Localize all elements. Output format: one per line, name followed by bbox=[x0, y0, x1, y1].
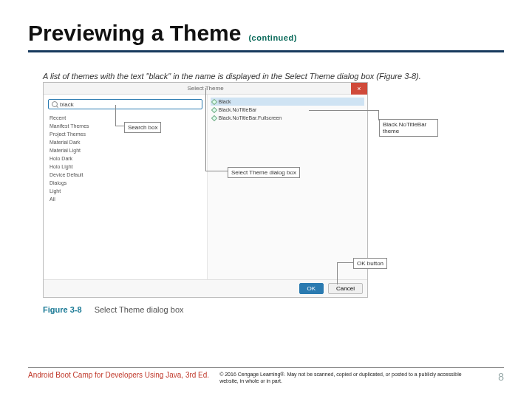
list-item[interactable]: Holo Light bbox=[50, 163, 202, 171]
callout-right-theme: Black.NoTitleBar theme bbox=[379, 119, 438, 137]
ok-button[interactable]: OK bbox=[299, 283, 324, 294]
search-icon bbox=[52, 101, 58, 107]
list-item[interactable]: Light bbox=[50, 187, 202, 195]
theme-icon bbox=[211, 115, 216, 120]
page-subtitle: (continued) bbox=[248, 33, 296, 42]
list-item[interactable]: All bbox=[50, 195, 202, 203]
footer-rule bbox=[28, 367, 504, 368]
book-title: Android Boot Camp for Developers Using J… bbox=[28, 371, 209, 379]
list-item[interactable]: Device Default bbox=[50, 171, 202, 179]
list-item[interactable]: Material Dark bbox=[50, 138, 202, 146]
page-title: Previewing a Theme bbox=[28, 21, 241, 46]
callout-line bbox=[115, 105, 116, 126]
title-rule bbox=[28, 50, 504, 52]
list-item-label: Black bbox=[219, 98, 231, 106]
cancel-button[interactable]: Cancel bbox=[328, 283, 363, 294]
figure-number: Figure 3-8 bbox=[43, 305, 82, 314]
callout-line bbox=[115, 126, 124, 126]
search-input[interactable] bbox=[60, 101, 199, 108]
list-item[interactable]: Material Light bbox=[50, 146, 202, 154]
theme-icon bbox=[211, 98, 216, 104]
callout-ok-button: OK button bbox=[353, 258, 387, 269]
search-input-wrap[interactable] bbox=[48, 99, 202, 109]
list-item[interactable]: Dialogs bbox=[50, 179, 202, 187]
list-item[interactable]: Black.NoTitleBar.Fullscreen bbox=[211, 114, 365, 122]
callout-line bbox=[205, 171, 228, 171]
callout-line bbox=[309, 110, 379, 111]
callout-line bbox=[378, 110, 379, 120]
list-item[interactable]: Recent bbox=[50, 114, 202, 122]
list-item[interactable]: Black bbox=[211, 98, 365, 106]
lead-caption: A list of themes with the text "black" i… bbox=[43, 72, 504, 81]
callout-line bbox=[205, 88, 206, 171]
list-item-label: Black.NoTitleBar.Fullscreen bbox=[219, 114, 282, 122]
figure-caption: Select Theme dialog box bbox=[95, 305, 184, 314]
figure-label: Figure 3-8 Select Theme dialog box bbox=[43, 305, 504, 314]
figure-wrap: Select Theme × Recent Manifest Themes Pr… bbox=[43, 82, 457, 298]
list-item[interactable]: Holo Dark bbox=[50, 154, 202, 163]
copyright-text: © 2016 Cengage Learning®. May not be sca… bbox=[219, 371, 473, 384]
slide-footer: Android Boot Camp for Developers Using J… bbox=[28, 367, 504, 384]
close-button[interactable]: × bbox=[351, 83, 367, 95]
callout-select-theme: Select Theme dialog box bbox=[228, 167, 300, 178]
list-item-label: Black.NoTitleBar bbox=[219, 106, 257, 114]
callout-search: Search box bbox=[124, 122, 161, 133]
right-pane: Black Black.NoTitleBar Black.NoTitleBar.… bbox=[208, 95, 368, 279]
callout-line bbox=[337, 262, 353, 263]
theme-icon bbox=[211, 106, 216, 112]
callout-line bbox=[337, 262, 338, 284]
dialog-footer: OK Cancel bbox=[44, 279, 367, 297]
page-number: 8 bbox=[498, 371, 504, 383]
callout-line bbox=[337, 287, 338, 288]
